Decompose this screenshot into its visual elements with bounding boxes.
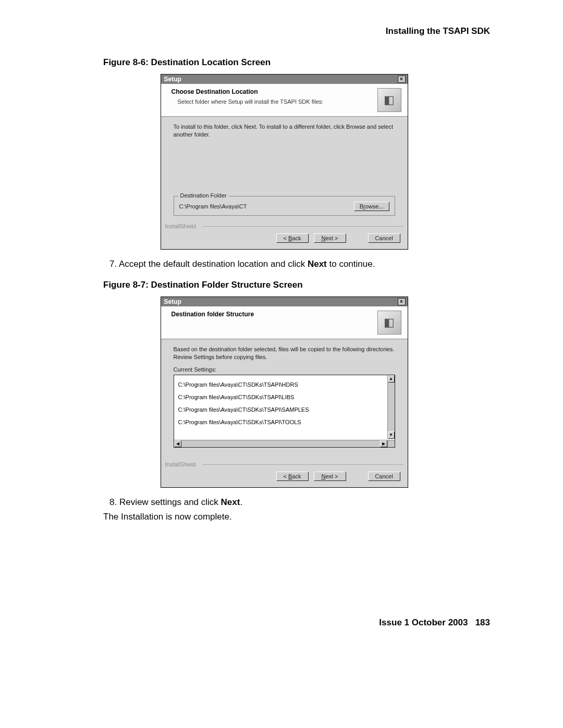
back-button[interactable]: < Back (276, 472, 309, 481)
dialog-heading: Choose Destination Location (172, 88, 324, 95)
installshield-brand: InstallShield (165, 223, 408, 229)
next-button[interactable]: Next > (314, 472, 346, 481)
step-7: 7. Accept the default destination locati… (109, 259, 490, 269)
figure-caption-1: Figure 8-6: Destination Location Screen (103, 57, 490, 68)
figure-caption-2: Figure 8-7: Destination Folder Structure… (103, 280, 490, 290)
dialog-destination-location: Setup × Choose Destination Location Sele… (161, 74, 408, 250)
cancel-button[interactable]: Cancel (368, 472, 400, 481)
dialog-heading: Destination folder Structure (172, 311, 254, 318)
group-legend: Destination Folder (178, 192, 229, 199)
installer-icon: ◧ (377, 311, 401, 335)
dialog-header-panel: Destination folder Structure ◧ (161, 306, 408, 339)
scroll-left-icon[interactable]: ◀ (174, 440, 181, 447)
dialog-body: Based on the destination folder selected… (161, 339, 408, 459)
step-8: 8. Review settings and click Next. (109, 497, 490, 508)
next-button[interactable]: Next > (314, 233, 346, 243)
browse-button[interactable]: Browse... (354, 202, 389, 211)
titlebar-title: Setup (164, 76, 181, 83)
titlebar: Setup × (161, 75, 408, 84)
closing-text: The Installation is now complete. (103, 512, 490, 522)
dialog-instructions: To install to this folder, click Next. T… (174, 123, 395, 139)
scroll-up-icon[interactable]: ▲ (388, 375, 395, 382)
page-footer: Issue 1 October 2003 183 (78, 618, 490, 628)
dialog-instructions: Based on the destination folder selected… (174, 346, 395, 361)
back-button[interactable]: < Back (276, 233, 309, 243)
dialog-body: To install to this folder, click Next. T… (161, 117, 408, 221)
destination-path: C:\Program files\Avaya\CT (179, 203, 247, 209)
dialog-button-row: < Back Next > Cancel (161, 467, 408, 487)
horizontal-scrollbar[interactable]: ◀ ▶ (174, 440, 387, 447)
scroll-right-icon[interactable]: ▶ (380, 440, 387, 447)
list-item: C:\Program files\Avaya\CT\SDKs\TSAPI\LIB… (178, 394, 385, 400)
dialog-folder-structure: Setup × Destination folder Structure ◧ B… (161, 297, 408, 488)
list-item: C:\Program files\Avaya\CT\SDKs\TSAPI\TOO… (178, 419, 385, 425)
close-icon[interactable]: × (398, 76, 406, 83)
settings-listbox[interactable]: C:\Program files\Avaya\CT\SDKs\TSAPI\HDR… (174, 375, 395, 448)
dialog-subheading: Select folder where Setup will install t… (178, 98, 324, 105)
list-item: C:\Program files\Avaya\CT\SDKs\TSAPI\SAM… (178, 406, 385, 413)
scroll-corner (387, 440, 395, 447)
destination-folder-group: Destination Folder C:\Program files\Avay… (174, 196, 395, 216)
cancel-button[interactable]: Cancel (368, 233, 400, 243)
section-header: Installing the TSAPI SDK (78, 26, 490, 36)
vertical-scrollbar[interactable]: ▲ ▼ (387, 375, 395, 439)
dialog-button-row: < Back Next > Cancel (161, 229, 408, 249)
installer-icon: ◧ (377, 88, 401, 112)
dialog-header-panel: Choose Destination Location Select folde… (161, 84, 408, 117)
titlebar: Setup × (161, 297, 408, 306)
titlebar-title: Setup (164, 298, 181, 305)
close-icon[interactable]: × (398, 298, 406, 305)
installshield-brand: InstallShield (165, 461, 408, 467)
current-settings-label: Current Settings: (174, 366, 395, 373)
list-item: C:\Program files\Avaya\CT\SDKs\TSAPI\HDR… (178, 381, 385, 388)
scroll-down-icon[interactable]: ▼ (388, 431, 395, 439)
